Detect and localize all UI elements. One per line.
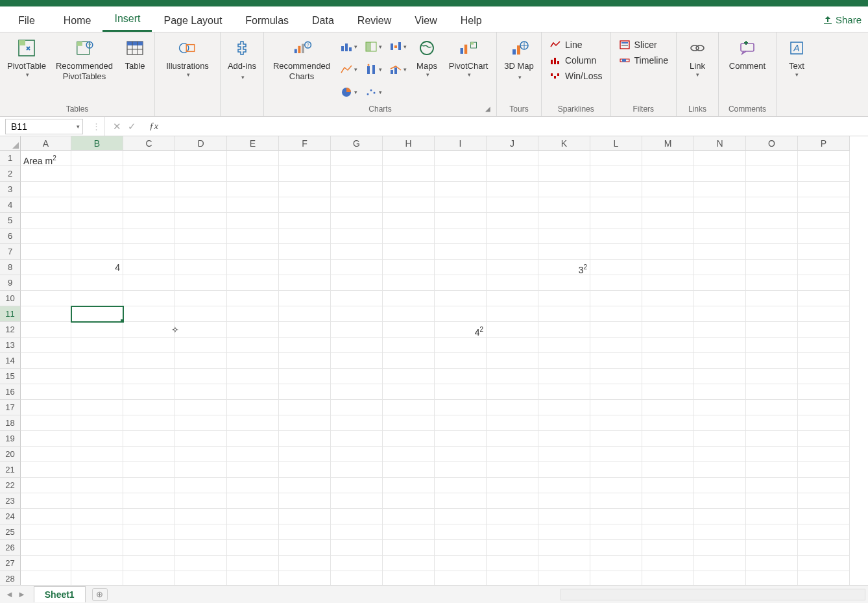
cell[interactable]	[538, 166, 590, 182]
cell[interactable]	[21, 166, 71, 182]
cell[interactable]	[694, 213, 746, 228]
horizontal-scrollbar[interactable]	[561, 589, 865, 600]
cell[interactable]	[590, 415, 642, 431]
cell[interactable]	[279, 182, 331, 197]
cell[interactable]	[227, 244, 279, 260]
cell[interactable]	[71, 493, 123, 509]
cell[interactable]	[383, 213, 435, 228]
cell[interactable]	[694, 291, 746, 306]
cell[interactable]	[590, 306, 642, 322]
cell[interactable]	[227, 197, 279, 213]
cell[interactable]	[642, 447, 694, 462]
cell[interactable]	[746, 509, 798, 524]
column-header[interactable]: O	[746, 136, 798, 151]
statistic-chart-button[interactable]: ▾	[361, 60, 385, 79]
cell[interactable]	[71, 447, 123, 462]
row-header[interactable]: 11	[0, 306, 21, 322]
cell[interactable]	[383, 260, 435, 275]
column-header[interactable]: L	[590, 136, 642, 151]
cell[interactable]	[123, 213, 175, 228]
column-header[interactable]: B	[71, 136, 123, 151]
illustrations-button[interactable]: Illustrations ▾	[159, 35, 216, 105]
cell[interactable]	[227, 509, 279, 524]
cell[interactable]	[590, 338, 642, 353]
cell[interactable]	[798, 291, 850, 306]
share-button[interactable]: Share	[816, 10, 868, 29]
cell[interactable]	[21, 338, 71, 353]
cell[interactable]: 42	[435, 322, 487, 338]
cell[interactable]	[123, 197, 175, 213]
cell[interactable]	[71, 509, 123, 524]
sparkline-line-button[interactable]: Line	[546, 38, 607, 52]
cell[interactable]	[590, 493, 642, 509]
cell[interactable]	[331, 244, 383, 260]
cell[interactable]	[123, 182, 175, 197]
cell[interactable]	[746, 540, 798, 556]
cell[interactable]	[487, 400, 538, 415]
row-header[interactable]: 12	[0, 322, 21, 338]
cell[interactable]	[798, 447, 850, 462]
cell[interactable]	[227, 447, 279, 462]
cell[interactable]	[331, 556, 383, 571]
cell[interactable]	[279, 556, 331, 571]
cell[interactable]	[123, 306, 175, 322]
cell[interactable]	[331, 415, 383, 431]
cell[interactable]	[383, 384, 435, 400]
cell[interactable]	[642, 244, 694, 260]
cell[interactable]	[642, 182, 694, 197]
cell[interactable]	[279, 493, 331, 509]
cell[interactable]	[71, 166, 123, 182]
row-header[interactable]: 2	[0, 166, 21, 182]
cell[interactable]	[694, 197, 746, 213]
row-header[interactable]: 9	[0, 275, 21, 291]
cell[interactable]	[123, 400, 175, 415]
cell[interactable]	[487, 197, 538, 213]
cell[interactable]	[227, 306, 279, 322]
cell[interactable]	[123, 353, 175, 369]
cell[interactable]	[590, 447, 642, 462]
cell[interactable]	[642, 322, 694, 338]
cell[interactable]	[227, 400, 279, 415]
cell[interactable]	[227, 493, 279, 509]
cell[interactable]	[175, 182, 227, 197]
row-header[interactable]: 21	[0, 462, 21, 478]
cell[interactable]	[798, 244, 850, 260]
cell[interactable]	[279, 275, 331, 291]
cell[interactable]	[746, 338, 798, 353]
row-header[interactable]: 13	[0, 338, 21, 353]
cell[interactable]	[798, 197, 850, 213]
cell[interactable]	[746, 415, 798, 431]
table-button[interactable]: Table	[119, 35, 151, 105]
cell[interactable]	[175, 353, 227, 369]
sheet-nav[interactable]: ◄ ►	[5, 589, 34, 599]
cell[interactable]	[746, 400, 798, 415]
cell[interactable]	[279, 322, 331, 338]
column-header[interactable]: K	[538, 136, 590, 151]
cell[interactable]	[642, 400, 694, 415]
cell[interactable]	[487, 384, 538, 400]
cell[interactable]	[331, 166, 383, 182]
cell[interactable]	[746, 322, 798, 338]
slicer-button[interactable]: Slicer	[615, 38, 672, 52]
charts-dialog-launcher[interactable]: ◢	[485, 105, 494, 114]
cell[interactable]	[227, 182, 279, 197]
cell[interactable]	[279, 415, 331, 431]
cell[interactable]	[590, 400, 642, 415]
cell[interactable]	[435, 524, 487, 540]
column-header[interactable]: F	[279, 136, 331, 151]
recommended-charts-button[interactable]: ? Recommended Charts	[268, 35, 335, 105]
cell[interactable]	[331, 228, 383, 244]
cell[interactable]	[331, 384, 383, 400]
cell[interactable]	[746, 478, 798, 493]
cell[interactable]	[383, 322, 435, 338]
cell[interactable]	[642, 275, 694, 291]
cell[interactable]	[798, 275, 850, 291]
cell[interactable]	[435, 415, 487, 431]
cell[interactable]	[487, 151, 538, 166]
cell[interactable]	[71, 431, 123, 447]
cell[interactable]	[227, 228, 279, 244]
cell[interactable]	[21, 369, 71, 384]
cell[interactable]	[21, 244, 71, 260]
cell[interactable]	[383, 540, 435, 556]
cell[interactable]	[435, 509, 487, 524]
